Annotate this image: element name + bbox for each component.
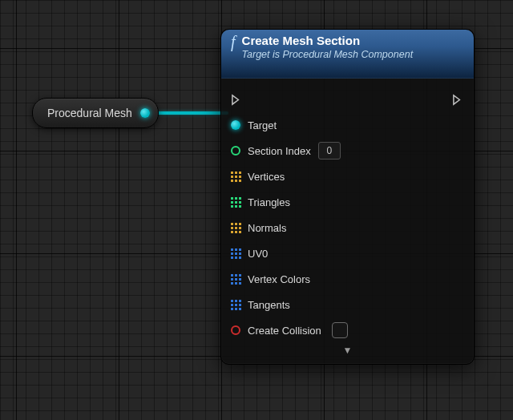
pin-label-vertex-colors: Vertex Colors (248, 273, 310, 285)
pin-row-section-index: Section Index 0 (231, 138, 464, 164)
node-create-mesh-section[interactable]: f Create Mesh Section Target is Procedur… (220, 29, 475, 365)
input-pin-target[interactable] (231, 120, 240, 130)
pin-label-create-collision: Create Collision (248, 325, 321, 337)
exec-in-pin[interactable] (231, 94, 243, 106)
pin-label-target: Target (248, 119, 277, 131)
pin-row-vertex-colors: Vertex Colors (231, 266, 464, 292)
node-header[interactable]: f Create Mesh Section Target is Procedur… (221, 30, 474, 79)
output-pin-procedural-mesh[interactable] (140, 108, 150, 118)
pin-row-vertices: Vertices (231, 164, 464, 189)
pin-row-triangles: Triangles (231, 189, 464, 215)
input-pin-triangles[interactable] (231, 197, 240, 207)
node-body: Target Section Index 0 Vertices (221, 79, 474, 364)
pin-label-normals: Normals (248, 222, 286, 234)
input-pin-vertices[interactable] (231, 172, 240, 181)
expand-pins-button[interactable]: ▼ (231, 343, 464, 361)
input-pin-create-collision[interactable] (231, 325, 240, 335)
pin-label-uv0: UV0 (248, 248, 268, 260)
input-pin-section-index[interactable] (231, 146, 240, 155)
wire-procedural-mesh-to-target (152, 111, 228, 115)
pin-row-exec (231, 87, 464, 112)
pin-row-create-collision: Create Collision (231, 317, 464, 343)
variable-node-label: Procedural Mesh (47, 107, 132, 119)
input-pin-tangents[interactable] (231, 300, 240, 309)
input-pin-uv0[interactable] (231, 248, 240, 258)
checkbox-create-collision[interactable] (332, 322, 348, 338)
node-title: Create Mesh Section (242, 34, 414, 47)
pin-label-vertices: Vertices (248, 171, 285, 183)
pin-row-target: Target (231, 112, 464, 138)
node-subtitle: Target is Procedural Mesh Component (242, 49, 414, 60)
function-icon: f (231, 34, 236, 50)
exec-out-pin[interactable] (452, 94, 464, 106)
input-pin-normals[interactable] (231, 223, 240, 232)
pin-row-uv0: UV0 (231, 240, 464, 266)
pin-label-triangles: Triangles (248, 196, 290, 208)
input-pin-vertex-colors[interactable] (231, 274, 240, 284)
pin-row-normals: Normals (231, 215, 464, 240)
input-value-section-index[interactable]: 0 (318, 142, 341, 160)
variable-node-procedural-mesh[interactable]: Procedural Mesh (32, 98, 159, 128)
pin-label-section-index: Section Index (248, 145, 311, 157)
pin-label-tangents: Tangents (248, 299, 290, 311)
pin-row-tangents: Tangents (231, 292, 464, 317)
